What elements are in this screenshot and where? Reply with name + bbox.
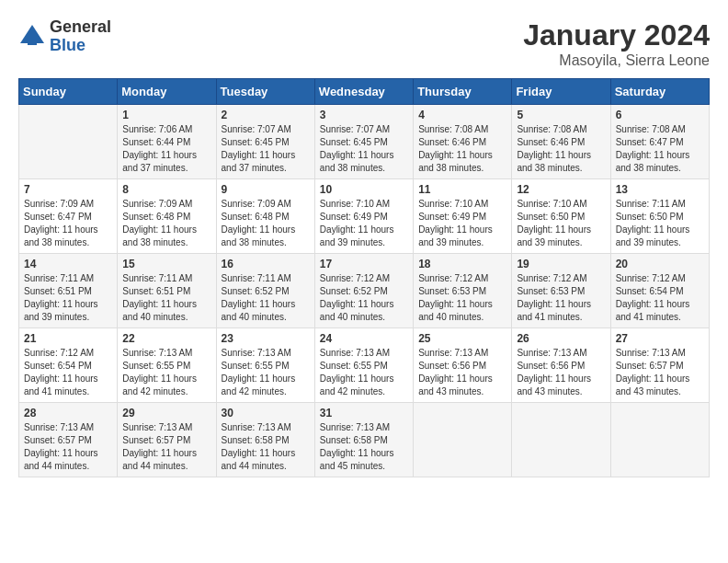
calendar-cell: 2Sunrise: 7:07 AM Sunset: 6:45 PM Daylig… (216, 105, 314, 179)
day-number: 31 (320, 407, 408, 419)
calendar-cell: 26Sunrise: 7:13 AM Sunset: 6:56 PM Dayli… (512, 328, 610, 403)
day-info: Sunrise: 7:12 AM Sunset: 6:53 PM Dayligh… (418, 272, 506, 324)
calendar-body: 1Sunrise: 7:06 AM Sunset: 6:44 PM Daylig… (19, 105, 710, 477)
day-info: Sunrise: 7:10 AM Sunset: 6:50 PM Dayligh… (517, 198, 605, 249)
title-block: January 2024 Masoyila, Sierra Leone (523, 18, 710, 69)
day-info: Sunrise: 7:13 AM Sunset: 6:55 PM Dayligh… (122, 347, 210, 398)
calendar-cell: 1Sunrise: 7:06 AM Sunset: 6:44 PM Daylig… (118, 105, 216, 179)
day-info: Sunrise: 7:13 AM Sunset: 6:55 PM Dayligh… (320, 347, 408, 398)
day-header-sunday: Sunday (19, 79, 118, 105)
logo-text: General Blue (50, 18, 111, 55)
week-row-4: 28Sunrise: 7:13 AM Sunset: 6:57 PM Dayli… (19, 403, 710, 477)
day-info: Sunrise: 7:13 AM Sunset: 6:56 PM Dayligh… (517, 347, 605, 398)
day-info: Sunrise: 7:13 AM Sunset: 6:57 PM Dayligh… (616, 347, 704, 398)
day-number: 1 (122, 109, 210, 121)
calendar-cell: 30Sunrise: 7:13 AM Sunset: 6:58 PM Dayli… (216, 403, 314, 477)
calendar-header: SundayMondayTuesdayWednesdayThursdayFrid… (19, 79, 710, 105)
calendar-cell: 13Sunrise: 7:11 AM Sunset: 6:50 PM Dayli… (610, 179, 709, 254)
svg-rect-1 (28, 40, 37, 45)
day-number: 27 (616, 332, 704, 345)
week-row-2: 14Sunrise: 7:11 AM Sunset: 6:51 PM Dayli… (19, 254, 710, 328)
day-number: 20 (616, 258, 704, 270)
calendar-cell: 22Sunrise: 7:13 AM Sunset: 6:55 PM Dayli… (118, 328, 216, 403)
day-number: 14 (24, 258, 112, 270)
day-number: 28 (24, 407, 112, 419)
day-info: Sunrise: 7:08 AM Sunset: 6:46 PM Dayligh… (517, 123, 605, 175)
day-info: Sunrise: 7:11 AM Sunset: 6:51 PM Dayligh… (24, 272, 112, 324)
day-info: Sunrise: 7:08 AM Sunset: 6:47 PM Dayligh… (616, 123, 704, 175)
day-number: 24 (320, 332, 408, 345)
logo-icon (18, 23, 46, 51)
day-info: Sunrise: 7:12 AM Sunset: 6:54 PM Dayligh… (24, 347, 112, 398)
day-info: Sunrise: 7:11 AM Sunset: 6:52 PM Dayligh… (222, 272, 310, 324)
day-info: Sunrise: 7:11 AM Sunset: 6:50 PM Dayligh… (616, 198, 704, 249)
day-info: Sunrise: 7:13 AM Sunset: 6:56 PM Dayligh… (418, 347, 506, 398)
calendar-cell: 25Sunrise: 7:13 AM Sunset: 6:56 PM Dayli… (414, 328, 512, 403)
calendar-cell: 27Sunrise: 7:13 AM Sunset: 6:57 PM Dayli… (610, 328, 709, 403)
day-number: 18 (418, 258, 506, 270)
day-number: 16 (222, 258, 310, 270)
day-info: Sunrise: 7:12 AM Sunset: 6:54 PM Dayligh… (616, 272, 704, 324)
calendar-cell: 9Sunrise: 7:09 AM Sunset: 6:48 PM Daylig… (216, 179, 314, 254)
day-number: 19 (517, 258, 605, 270)
day-info: Sunrise: 7:09 AM Sunset: 6:48 PM Dayligh… (222, 198, 310, 249)
day-number: 29 (122, 407, 210, 419)
day-info: Sunrise: 7:13 AM Sunset: 6:58 PM Dayligh… (320, 421, 408, 473)
calendar-cell: 24Sunrise: 7:13 AM Sunset: 6:55 PM Dayli… (314, 328, 413, 403)
calendar-cell: 14Sunrise: 7:11 AM Sunset: 6:51 PM Dayli… (19, 254, 118, 328)
day-info: Sunrise: 7:09 AM Sunset: 6:48 PM Dayligh… (122, 198, 210, 249)
day-info: Sunrise: 7:08 AM Sunset: 6:46 PM Dayligh… (418, 123, 506, 175)
calendar-cell: 20Sunrise: 7:12 AM Sunset: 6:54 PM Dayli… (610, 254, 709, 328)
day-number: 11 (418, 183, 506, 196)
day-info: Sunrise: 7:07 AM Sunset: 6:45 PM Dayligh… (222, 123, 310, 175)
day-number: 13 (616, 183, 704, 196)
calendar-cell: 18Sunrise: 7:12 AM Sunset: 6:53 PM Dayli… (414, 254, 512, 328)
day-info: Sunrise: 7:13 AM Sunset: 6:55 PM Dayligh… (222, 347, 310, 398)
calendar-cell: 3Sunrise: 7:07 AM Sunset: 6:45 PM Daylig… (314, 105, 413, 179)
day-info: Sunrise: 7:10 AM Sunset: 6:49 PM Dayligh… (418, 198, 506, 249)
day-header-friday: Friday (512, 79, 610, 105)
calendar-cell: 5Sunrise: 7:08 AM Sunset: 6:46 PM Daylig… (512, 105, 610, 179)
day-info: Sunrise: 7:09 AM Sunset: 6:47 PM Dayligh… (24, 198, 112, 249)
month-title: January 2024 (523, 18, 710, 52)
day-header-saturday: Saturday (610, 79, 709, 105)
calendar-cell: 8Sunrise: 7:09 AM Sunset: 6:48 PM Daylig… (118, 179, 216, 254)
logo: General Blue (18, 18, 111, 55)
calendar-cell: 28Sunrise: 7:13 AM Sunset: 6:57 PM Dayli… (19, 403, 118, 477)
calendar-cell: 10Sunrise: 7:10 AM Sunset: 6:49 PM Dayli… (314, 179, 413, 254)
day-number: 21 (24, 332, 112, 345)
day-number: 3 (320, 109, 408, 121)
logo-general: General (50, 18, 111, 37)
day-number: 22 (122, 332, 210, 345)
day-header-thursday: Thursday (414, 79, 512, 105)
day-number: 8 (122, 183, 210, 196)
calendar-cell: 21Sunrise: 7:12 AM Sunset: 6:54 PM Dayli… (19, 328, 118, 403)
day-info: Sunrise: 7:13 AM Sunset: 6:58 PM Dayligh… (222, 421, 310, 473)
day-number: 30 (222, 407, 310, 419)
calendar-cell (414, 403, 512, 477)
logo-blue: Blue (50, 37, 111, 55)
day-number: 25 (418, 332, 506, 345)
calendar-cell: 29Sunrise: 7:13 AM Sunset: 6:57 PM Dayli… (118, 403, 216, 477)
day-number: 2 (222, 109, 310, 121)
day-number: 12 (517, 183, 605, 196)
day-number: 23 (222, 332, 310, 345)
day-info: Sunrise: 7:12 AM Sunset: 6:52 PM Dayligh… (320, 272, 408, 324)
calendar-cell: 17Sunrise: 7:12 AM Sunset: 6:52 PM Dayli… (314, 254, 413, 328)
calendar-cell: 15Sunrise: 7:11 AM Sunset: 6:51 PM Dayli… (118, 254, 216, 328)
calendar-cell: 4Sunrise: 7:08 AM Sunset: 6:46 PM Daylig… (414, 105, 512, 179)
calendar-cell: 19Sunrise: 7:12 AM Sunset: 6:53 PM Dayli… (512, 254, 610, 328)
week-row-3: 21Sunrise: 7:12 AM Sunset: 6:54 PM Dayli… (19, 328, 710, 403)
calendar-cell: 12Sunrise: 7:10 AM Sunset: 6:50 PM Dayli… (512, 179, 610, 254)
location-title: Masoyila, Sierra Leone (523, 52, 710, 69)
day-info: Sunrise: 7:07 AM Sunset: 6:45 PM Dayligh… (320, 123, 408, 175)
calendar-cell (512, 403, 610, 477)
days-row: SundayMondayTuesdayWednesdayThursdayFrid… (19, 79, 710, 105)
day-header-tuesday: Tuesday (216, 79, 314, 105)
calendar-table: SundayMondayTuesdayWednesdayThursdayFrid… (18, 78, 710, 477)
calendar-cell: 11Sunrise: 7:10 AM Sunset: 6:49 PM Dayli… (414, 179, 512, 254)
day-number: 26 (517, 332, 605, 345)
page-header: General Blue January 2024 Masoyila, Sier… (18, 18, 710, 69)
day-number: 7 (24, 183, 112, 196)
calendar-cell: 23Sunrise: 7:13 AM Sunset: 6:55 PM Dayli… (216, 328, 314, 403)
